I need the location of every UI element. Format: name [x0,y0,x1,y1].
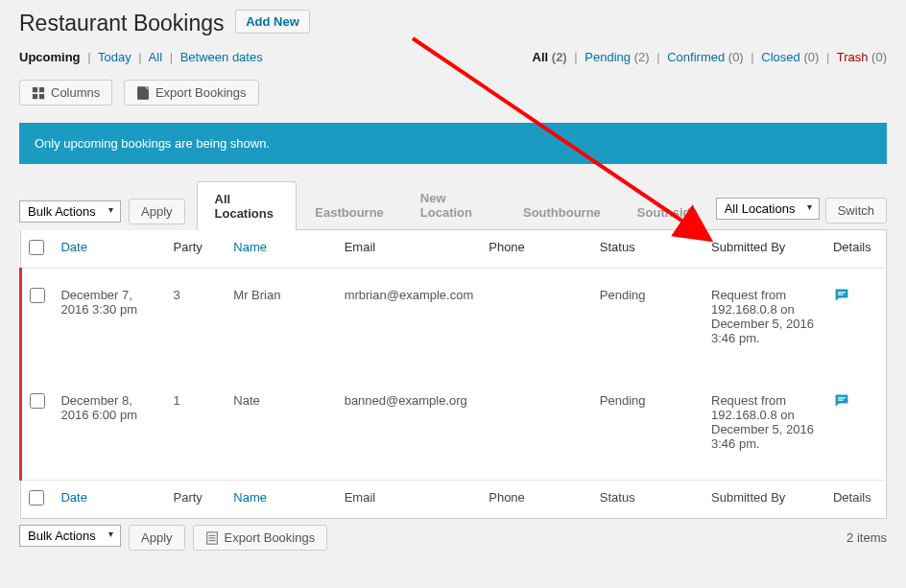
notice-banner: Only upcoming bookings are being shown. [19,123,887,164]
export-icon [136,86,150,100]
col-status: Status [592,230,703,269]
columns-button[interactable]: Columns [19,80,112,106]
items-count: 2 items [846,530,887,545]
status-filter-pending[interactable]: Pending (2) [584,50,649,64]
switch-button[interactable]: Switch [825,198,887,223]
col-name[interactable]: Name [233,490,267,505]
bulk-actions-select[interactable]: Bulk Actions [19,200,121,223]
tab-southbourne[interactable]: Southbourne [505,195,619,229]
select-all-checkbox[interactable] [29,240,44,255]
apply-button[interactable]: Apply [129,199,185,224]
col-details: Details [825,481,887,519]
cell-name: Nate [226,374,336,481]
tab-new-location[interactable]: New Location [402,180,505,229]
export-button[interactable]: Export Bookings [124,80,259,106]
cell-submitted-by: Request from 192.168.0.8 on December 5, … [703,374,825,481]
tab-southside[interactable]: Southside [619,195,716,229]
chat-icon[interactable] [833,393,850,409]
status-filter-closed[interactable]: Closed (0) [761,50,819,64]
col-party: Party [166,230,226,269]
status-filter-trash[interactable]: Trash (0) [837,50,887,64]
add-new-button[interactable]: Add New [235,10,310,34]
row-checkbox[interactable] [30,288,45,303]
tab-all-locations[interactable]: All Locations [197,181,298,230]
cell-party: 1 [166,374,226,481]
row-checkbox[interactable] [30,393,45,409]
view-filter-between[interactable]: Between dates [180,50,263,64]
col-submitted-by: Submitted By [703,230,825,269]
chat-icon[interactable] [833,288,850,303]
columns-icon [32,86,45,100]
cell-status: Pending [592,374,703,481]
export-button-bottom[interactable]: Export Bookings [193,525,328,551]
col-email: Email [337,230,482,269]
page-title: Restaurant Bookings [19,11,225,36]
export-icon [205,531,219,545]
select-all-checkbox-bottom[interactable] [29,490,44,506]
cell-email: banned@example.org [337,374,482,481]
col-phone: Phone [481,230,592,269]
col-name[interactable]: Name [233,240,267,254]
cell-status: Pending [592,269,703,375]
bulk-actions-select-bottom[interactable]: Bulk Actions [19,525,121,547]
col-details: Details [825,230,887,269]
status-filter-confirmed[interactable]: Confirmed (0) [667,50,743,64]
col-date[interactable]: Date [60,240,86,254]
cell-email: mrbrian@example.com [337,269,482,375]
cell-phone [481,374,592,481]
col-submitted-by: Submitted By [703,481,825,519]
col-status: Status [592,481,703,519]
view-filter-all[interactable]: All [149,50,162,64]
cell-party: 3 [166,269,226,375]
bookings-table: Date Party Name Email Phone Status Submi… [19,230,887,519]
table-row: December 7, 2016 3:30 pm 3 Mr Brian mrbr… [21,269,887,375]
cell-date: December 7, 2016 3:30 pm [53,269,165,375]
location-select[interactable]: All Locations [716,198,820,220]
cell-name: Mr Brian [226,269,336,375]
col-party: Party [166,481,226,519]
table-row: December 8, 2016 6:00 pm 1 Nate banned@e… [21,374,887,481]
view-filter-today[interactable]: Today [98,50,131,64]
col-email: Email [337,481,482,519]
cell-submitted-by: Request from 192.168.0.8 on December 5, … [703,269,825,375]
tab-eastbourne[interactable]: Eastbourne [297,195,402,229]
cell-date: December 8, 2016 6:00 pm [53,374,165,481]
apply-button-bottom[interactable]: Apply [129,525,185,551]
view-filter-upcoming[interactable]: Upcoming [19,50,81,64]
status-filter-all[interactable]: All (2) [533,50,567,64]
cell-phone [481,269,592,375]
col-phone: Phone [481,481,592,519]
col-date[interactable]: Date [60,490,86,505]
